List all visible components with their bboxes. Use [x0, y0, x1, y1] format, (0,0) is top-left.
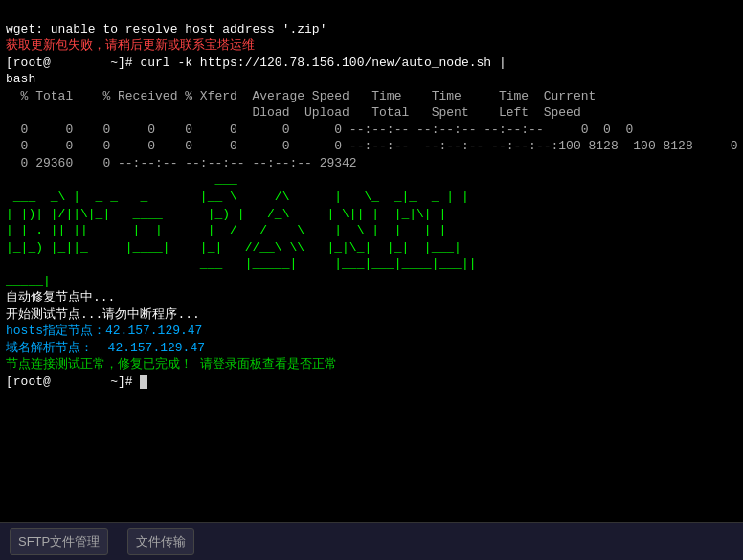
terminal-line: bash: [6, 71, 737, 88]
sftp-button[interactable]: SFTP文件管理: [10, 528, 108, 555]
terminal-line: Dload Upload Total Spent Left Speed: [6, 104, 737, 122]
terminal-line: 域名解析节点： 42.157.129.47: [6, 340, 737, 357]
terminal-line: 开始测试节点...请勿中断程序...: [6, 306, 737, 324]
terminal-line: ___ _\ | _ _ _ |__ \ /\ | \_ _|_ _ | |: [6, 189, 737, 206]
terminal-line: hosts指定节点：42.157.129.47: [6, 323, 737, 340]
terminal-line: [root@ ~]#: [6, 373, 737, 391]
terminal-line: % Total % Received % Xferd Average Speed…: [6, 88, 737, 105]
terminal-line: _____|: [6, 273, 737, 290]
terminal-line: 获取更新包失败，请稍后更新或联系宝塔运维: [6, 37, 737, 55]
statusbar: SFTP文件管理文件传输: [0, 522, 743, 560]
terminal[interactable]: wget: unable to resolve host address '.z…: [0, 0, 743, 522]
terminal-line: 0 0 0 0 0 0 0 0 --:--:-- --:--:-- --:--:…: [6, 138, 737, 155]
terminal-line: | |)| |/||\|_| ____ |_) | /_\ | \|| | |_…: [6, 206, 737, 223]
terminal-line: 0 29360 0 --:--:-- --:--:-- --:--:-- 293…: [6, 155, 737, 172]
terminal-line: |_|_) |_||_ |____| |_| //__\ \\ |_|\_| |…: [6, 239, 737, 257]
cursor: [140, 375, 147, 389]
terminal-line: | |_. || || |__| | _/ /____\ | \ | | | |…: [6, 222, 737, 239]
terminal-line: 节点连接测试正常，修复已完成！ 请登录面板查看是否正常: [6, 356, 737, 373]
terminal-line: ___: [6, 171, 737, 189]
terminal-line: 自动修复节点中...: [6, 289, 737, 306]
terminal-line: 0 0 0 0 0 0 0 0 --:--:-- --:--:-- --:--:…: [6, 122, 737, 139]
terminal-line: ___ |_____| |___|___|____|___||: [6, 256, 737, 273]
terminal-line: [root@ ~]# curl -k https://120.78.156.10…: [6, 55, 737, 72]
terminal-line: wget: unable to resolve host address '.z…: [6, 21, 737, 38]
file-transfer-button[interactable]: 文件传输: [127, 528, 194, 555]
